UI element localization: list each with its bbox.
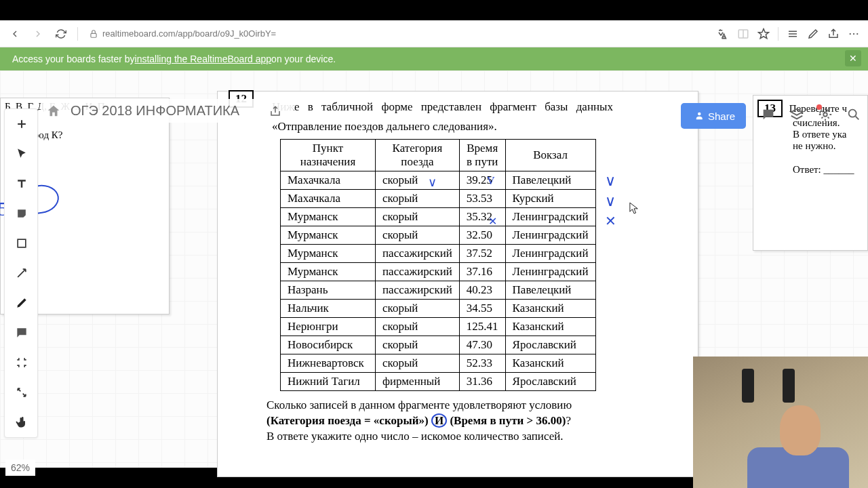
refresh-button[interactable] (52, 24, 71, 43)
notes-icon[interactable] (807, 28, 819, 40)
close-banner-button[interactable]: ✕ (845, 50, 861, 66)
svg-rect-8 (18, 239, 26, 247)
table-row: Нижневартовскскорый52.33Казанский (281, 354, 596, 372)
translate-icon[interactable] (717, 28, 729, 40)
home-icon[interactable] (46, 104, 61, 119)
table-row: Мурманскпассажирский37.16Ленинградский (281, 262, 596, 281)
url-text: realtimeboard.com/app/board/o9J_k0OirbY= (102, 28, 276, 39)
table-row: Нальчикскорый34.55Казанский (281, 299, 596, 317)
search-app-icon[interactable] (846, 107, 861, 122)
line-tool[interactable] (5, 258, 39, 288)
svg-point-3 (853, 33, 854, 34)
hand-tool[interactable] (5, 407, 39, 437)
table-row: Махачкаласкорый39.25Павелецкий (281, 171, 596, 189)
forward-button[interactable] (28, 24, 47, 43)
train-table: Пункт назначения Категория поезда Время … (280, 139, 596, 391)
lock-icon (89, 29, 98, 39)
pen-tool[interactable] (5, 288, 39, 318)
fit-tool[interactable] (5, 378, 39, 407)
svg-rect-0 (91, 33, 96, 37)
table-row: Назраньпассажирский40.23Павелецкий (281, 281, 596, 299)
notification-dot (816, 104, 822, 110)
export-icon[interactable] (269, 105, 281, 117)
top-right-toolbar (761, 107, 861, 122)
shape-tool[interactable] (5, 228, 39, 258)
annotation-check: ∨ (428, 175, 437, 190)
address-bar[interactable]: realtimeboard.com/app/board/o9J_k0OirbY= (85, 28, 713, 39)
table-row: Нерюнгрискорый125.41Казанский (281, 317, 596, 336)
reading-icon[interactable] (737, 28, 749, 40)
svg-point-7 (849, 110, 856, 117)
svg-point-4 (856, 33, 858, 34)
share-button[interactable]: Share (681, 103, 746, 129)
board-title[interactable]: ОГЭ 2018 ИНФОРМАТИКА (71, 103, 239, 119)
select-tool[interactable] (5, 139, 39, 169)
text-tool[interactable] (5, 169, 39, 199)
table-row: Мурманскпассажирский37.52Ленинградский (281, 244, 596, 262)
table-row: Мурманскскорый32.50Ленинградский (281, 226, 596, 244)
cursor-icon (629, 202, 639, 214)
table-row: Нижний Тагилфирменный31.36Ярославский (281, 372, 596, 390)
svg-point-2 (850, 33, 851, 34)
star-icon[interactable] (757, 28, 770, 40)
svg-point-6 (823, 113, 827, 117)
annotation-check: V (487, 175, 495, 187)
table-row: Мурманскскорый35.32Ленинградский (281, 207, 596, 226)
person-add-icon (692, 110, 704, 122)
help-icon[interactable] (789, 107, 804, 122)
table-row: Махачкаласкорый53.53Курский (281, 189, 596, 207)
add-tool[interactable] (5, 109, 39, 139)
back-button[interactable] (5, 24, 24, 43)
install-banner: Access your boards faster by installing … (0, 47, 868, 70)
frame-main: 12 Ниже в табличной форме представлен фр… (217, 91, 698, 477)
table-row: Новосибирскскорый47.30Ярославский (281, 336, 596, 354)
install-link[interactable]: installing the RealtimeBoard app (135, 54, 272, 64)
svg-point-5 (698, 113, 701, 116)
sticky-tool[interactable] (5, 199, 39, 228)
frame-tool[interactable] (5, 348, 39, 378)
browser-toolbar: realtimeboard.com/app/board/o9J_k0OirbY= (0, 20, 868, 47)
comment-tool[interactable] (5, 318, 39, 348)
share-browser-icon[interactable] (827, 28, 840, 40)
board-header: ОГЭ 2018 ИНФОРМАТИКА (41, 99, 294, 123)
tools-toolbar (4, 108, 38, 438)
zoom-level[interactable]: 62% (5, 460, 35, 476)
comment-panel-icon[interactable] (761, 107, 776, 122)
annotation-cross: ✕ (488, 215, 497, 228)
hub-icon[interactable] (787, 28, 799, 40)
webcam-overlay (693, 357, 868, 488)
more-icon[interactable] (848, 28, 860, 40)
